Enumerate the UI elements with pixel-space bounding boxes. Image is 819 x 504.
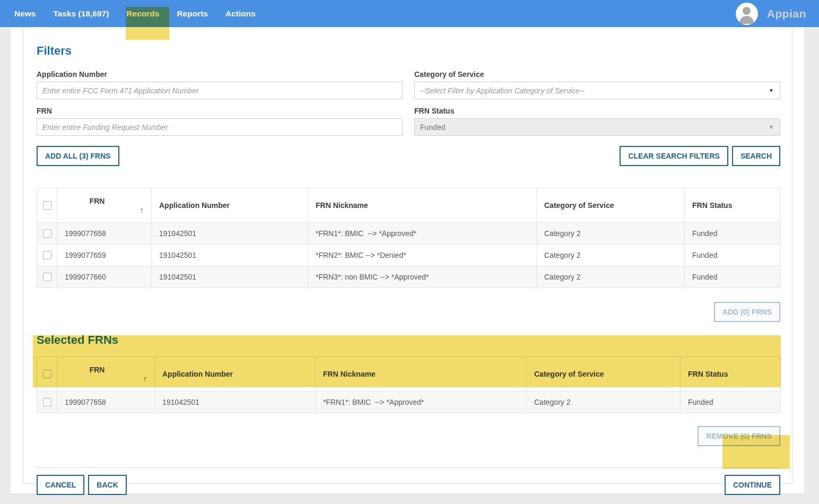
- cell-application-number: 191042501: [152, 245, 308, 266]
- cell-application-number: 191042501: [155, 392, 316, 413]
- selected-header-row: FRN ↑ Application Number FRN Nickname Ca…: [37, 357, 781, 392]
- chevron-down-icon: ▼: [769, 124, 774, 130]
- category-of-service-select[interactable]: --Select Filter by Application Category …: [414, 82, 780, 99]
- row-checkbox[interactable]: [43, 273, 51, 281]
- chevron-down-icon: ▼: [769, 88, 774, 93]
- frn-label: FRN: [37, 107, 403, 115]
- cell-category: Category 2: [537, 266, 685, 288]
- cell-frn: 1999077658: [57, 392, 155, 413]
- application-number-input[interactable]: [37, 82, 403, 99]
- cell-frn-nickname: *FRN2*: BMIC --> *Denied*: [308, 245, 537, 266]
- cell-frn: 1999077659: [57, 245, 152, 266]
- row-checkbox[interactable]: [43, 229, 51, 238]
- category-of-service-value: --Select Filter by Application Category …: [420, 86, 585, 95]
- sort-ascending-icon: ↑: [143, 374, 147, 383]
- cell-status: Funded: [685, 266, 781, 288]
- column-header-application-number[interactable]: Application Number: [152, 188, 308, 223]
- selected-frns-table: FRN ↑ Application Number FRN Nickname Ca…: [37, 357, 781, 413]
- nav-item-records[interactable]: Records: [126, 9, 159, 19]
- select-all-checkbox[interactable]: [43, 201, 51, 210]
- nav-item-news[interactable]: News: [14, 9, 36, 19]
- nav-item-reports[interactable]: Reports: [177, 9, 208, 19]
- add-all-frns-button[interactable]: ADD ALL (3) FRNS: [37, 146, 119, 166]
- frn-status-label: FRN Status: [414, 107, 780, 115]
- column-header-frn[interactable]: FRN ↑: [57, 357, 155, 392]
- frn-status-select[interactable]: Funded ▼: [414, 118, 780, 136]
- results-header-row: FRN ↑ Application Number FRN Nickname Ca…: [37, 188, 781, 223]
- filters-title: Filters: [37, 44, 780, 58]
- frn-input[interactable]: [37, 118, 403, 136]
- cell-application-number: 191042501: [152, 266, 308, 288]
- cell-status: Funded: [681, 392, 781, 413]
- cancel-button[interactable]: CANCEL: [37, 475, 84, 495]
- row-checkbox[interactable]: [43, 398, 51, 406]
- cell-frn-nickname: *FRN1*: BMIC --> *Approved*: [308, 223, 537, 245]
- user-silhouette-icon: [743, 7, 751, 15]
- results-table: FRN ↑ Application Number FRN Nickname Ca…: [37, 188, 781, 288]
- application-number-label: Application Number: [37, 70, 403, 79]
- cell-frn-nickname: *FRN3*: non BMIC --> *Approved*: [308, 266, 537, 288]
- cell-category: Category 2: [527, 392, 681, 413]
- frn-status-value: Funded: [420, 123, 445, 132]
- column-header-frn-status[interactable]: FRN Status: [685, 188, 781, 223]
- footer-divider: [37, 467, 780, 468]
- cell-category: Category 2: [537, 245, 685, 266]
- category-of-service-label: Category of Service: [414, 70, 780, 79]
- nav-item-actions[interactable]: Actions: [225, 9, 256, 19]
- user-avatar[interactable]: [736, 3, 758, 25]
- cell-frn: 1999077660: [57, 266, 152, 288]
- select-all-checkbox[interactable]: [43, 370, 51, 378]
- column-header-category-of-service[interactable]: Category of Service: [537, 188, 685, 223]
- remove-frns-button[interactable]: REMOVE (0) FRNS: [698, 426, 780, 446]
- appian-logo: Appian: [767, 7, 806, 20]
- clear-search-filters-button[interactable]: CLEAR SEARCH FILTERS: [620, 146, 728, 166]
- table-row: 1999077658 191042501 *FRN1*: BMIC --> *A…: [37, 392, 781, 413]
- column-header-application-number[interactable]: Application Number: [155, 357, 316, 392]
- back-button[interactable]: BACK: [88, 475, 126, 495]
- cell-application-number: 191042501: [152, 223, 308, 245]
- table-row: 1999077658 191042501 *FRN1*: BMIC --> *A…: [37, 223, 781, 245]
- content-box: Filters Application Number Category of S…: [23, 27, 792, 484]
- cell-category: Category 2: [537, 223, 685, 245]
- column-header-frn[interactable]: FRN ↑: [57, 188, 152, 223]
- filters-form: Application Number Category of Service -…: [37, 63, 780, 136]
- add-frns-button[interactable]: ADD (0) FRNS: [714, 302, 780, 322]
- top-navbar: News Tasks (18,697) Records Reports Acti…: [0, 0, 819, 27]
- table-row: 1999077659 191042501 *FRN2*: BMIC --> *D…: [37, 245, 781, 266]
- cell-frn: 1999077658: [57, 223, 152, 245]
- column-header-frn-nickname[interactable]: FRN Nickname: [316, 357, 527, 392]
- column-header-category-of-service[interactable]: Category of Service: [527, 357, 681, 392]
- row-checkbox[interactable]: [43, 251, 51, 259]
- continue-button[interactable]: CONTINUE: [725, 475, 780, 495]
- table-row: 1999077660 191042501 *FRN3*: non BMIC --…: [37, 266, 781, 288]
- cell-status: Funded: [685, 245, 781, 266]
- column-header-frn-nickname[interactable]: FRN Nickname: [308, 188, 537, 223]
- search-button[interactable]: SEARCH: [732, 146, 780, 166]
- nav-right: Appian: [736, 3, 806, 25]
- nav-item-tasks[interactable]: Tasks (18,697): [54, 9, 109, 19]
- cell-status: Funded: [685, 223, 781, 245]
- selected-frns-title: Selected FRNs: [37, 333, 780, 347]
- cell-frn-nickname: *FRN1*: BMIC --> *Approved*: [316, 392, 527, 413]
- nav-items: News Tasks (18,697) Records Reports Acti…: [14, 9, 256, 19]
- column-header-frn-status[interactable]: FRN Status: [681, 357, 781, 392]
- sort-ascending-icon: ↑: [140, 205, 144, 214]
